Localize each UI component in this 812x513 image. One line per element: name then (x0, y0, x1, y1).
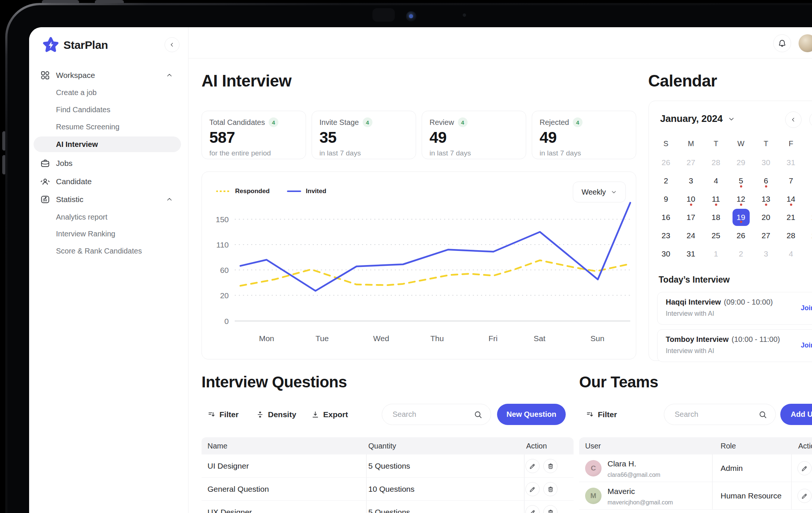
interview-questions-toolbar: Filter Density Export New Question (202, 404, 636, 425)
calendar-day-16[interactable]: 16 (653, 208, 678, 226)
calendar-day-29[interactable]: 29 (728, 153, 753, 171)
calendar-day-31[interactable]: 31 (678, 245, 703, 263)
calendar-prev-button[interactable] (785, 111, 802, 128)
calendar-day-10[interactable]: 10 (678, 190, 703, 208)
calendar-day-26[interactable]: 26 (653, 153, 678, 171)
delete-button[interactable] (543, 505, 558, 513)
calendar-day-30[interactable]: 30 (753, 153, 778, 171)
calendar-day-1[interactable]: 1 (803, 153, 812, 171)
calendar-day-7[interactable]: 7 (778, 171, 803, 190)
search-input[interactable] (675, 404, 753, 425)
search-input[interactable] (393, 404, 469, 425)
calendar-day-4[interactable]: 4 (778, 245, 803, 263)
join-meeting-link[interactable]: Join meeting (801, 342, 812, 349)
period-dropdown[interactable]: Weekly (573, 182, 626, 202)
calendar-day-24[interactable]: 24 (678, 226, 703, 245)
calendar-day-4[interactable]: 4 (703, 171, 728, 190)
calendar-day-6[interactable]: 6 (753, 171, 778, 190)
brand-name: StarPlan (63, 39, 108, 51)
calendar-day-18[interactable]: 18 (703, 208, 728, 226)
cell-name: UX Designer (207, 501, 252, 513)
sidebar-item-analytics-report[interactable]: Analytics report (29, 209, 188, 225)
sidebar-collapse-button[interactable] (165, 37, 179, 52)
sidebar-item-create-a-job[interactable]: Create a job (29, 84, 188, 101)
calendar-day-25[interactable]: 25 (703, 226, 728, 245)
calendar-day-1[interactable]: 1 (703, 245, 728, 263)
calendar-day-23[interactable]: 23 (653, 226, 678, 245)
column-divider (524, 454, 525, 477)
delete-button[interactable] (543, 459, 558, 473)
calendar-day-27[interactable]: 27 (678, 153, 703, 171)
export-button[interactable]: Export (311, 404, 348, 425)
edit-button[interactable] (525, 505, 540, 513)
avatar: M (585, 488, 602, 504)
edit-button[interactable] (525, 459, 540, 473)
density-label: Density (268, 410, 296, 419)
calendar-day-12[interactable]: 12 (728, 190, 753, 208)
calendar-day-2[interactable]: 2 (653, 171, 678, 190)
calendar-grid: 2627282930311234567891011121314151617181… (653, 153, 812, 263)
calendar-day-5[interactable]: 5 (803, 245, 812, 263)
calendar-day-30[interactable]: 30 (653, 245, 678, 263)
interview-item-haqqi-interview: Haqqi Interview(09:00 - 10:00)Interview … (657, 292, 812, 325)
new-question-button[interactable]: New Question (497, 404, 566, 425)
sidebar-item-workspace[interactable]: Workspace (29, 67, 188, 84)
calendar-day-2[interactable]: 2 (728, 245, 753, 263)
filter-icon (207, 410, 216, 419)
calendar-day-8[interactable]: 8 (803, 171, 812, 190)
calendar-day-3[interactable]: 3 (678, 171, 703, 190)
calendar-day-11[interactable]: 11 (703, 190, 728, 208)
calendar-day-21[interactable]: 21 (778, 208, 803, 226)
sidebar-item-jobs[interactable]: Jobs (29, 155, 188, 171)
legend-swatch (287, 191, 301, 192)
day-number: 19 (737, 213, 745, 222)
calendar-day-19[interactable]: 19 (728, 208, 753, 226)
notifications-button[interactable] (773, 34, 791, 52)
search-box (382, 404, 491, 425)
event-dot (790, 204, 792, 206)
filter-button[interactable]: Filter (586, 404, 617, 425)
edit-button[interactable] (797, 461, 812, 475)
day-number: 3 (764, 249, 768, 258)
edit-button[interactable] (525, 482, 540, 496)
calendar-day-13[interactable]: 13 (753, 190, 778, 208)
event-dot (765, 185, 767, 188)
calendar-day-17[interactable]: 17 (678, 208, 703, 226)
calendar-day-3[interactable]: 3 (753, 245, 778, 263)
sidebar: StarPlan WorkspaceCreate a jobFind Candi… (29, 27, 188, 513)
calendar-day-15[interactable]: 15 (803, 190, 812, 208)
delete-button[interactable] (543, 482, 558, 496)
sidebar-item-statistic[interactable]: Statistic (29, 191, 188, 208)
calendar-day-9[interactable]: 9 (653, 190, 678, 208)
calendar-next-button[interactable] (809, 111, 812, 128)
calendar-day-28[interactable]: 28 (778, 226, 803, 245)
calendar-day-28[interactable]: 28 (703, 153, 728, 171)
day-header: S (653, 138, 678, 150)
calendar-day-26[interactable]: 26 (728, 226, 753, 245)
sidebar-item-interview-ranking[interactable]: Interview Ranking (29, 226, 188, 242)
calendar-day-27[interactable]: 27 (753, 226, 778, 245)
calendar-day-22[interactable]: 22 (803, 208, 812, 226)
filter-button[interactable]: Filter (207, 404, 238, 425)
density-button[interactable]: Density (256, 404, 296, 425)
join-meeting-link[interactable]: Join meeting (801, 304, 812, 312)
sidebar-item-ai-interview[interactable]: AI Interview (29, 136, 188, 152)
sidebar-item-candidate[interactable]: Candidate (29, 173, 188, 190)
calendar-day-20[interactable]: 20 (753, 208, 778, 226)
calendar-day-31[interactable]: 31 (778, 153, 803, 171)
add-user-button[interactable]: Add User (780, 404, 812, 425)
cell-name: UI Designer (207, 454, 249, 478)
calendar-day-5[interactable]: 5 (728, 171, 753, 190)
line-chart: 02060110150MonTueWedThuFriSatSun (209, 208, 635, 351)
search-icon (474, 410, 482, 419)
calendar-day-29[interactable]: 29 (803, 226, 812, 245)
column-header-quantity: Quantity (368, 437, 396, 454)
user-email: mavericjhon@gmail.com (608, 499, 673, 506)
calendar-day-14[interactable]: 14 (778, 190, 803, 208)
users-icon (40, 177, 50, 186)
sidebar-item-find-candidates[interactable]: Find Candidates (29, 101, 188, 118)
month-dropdown[interactable]: January, 2024 (660, 113, 735, 125)
edit-button[interactable] (797, 489, 812, 503)
sidebar-item-resume-screening[interactable]: Resume Screening (29, 119, 188, 135)
sidebar-item-score-rank-candidates[interactable]: Score & Rank Candidates (29, 243, 188, 259)
